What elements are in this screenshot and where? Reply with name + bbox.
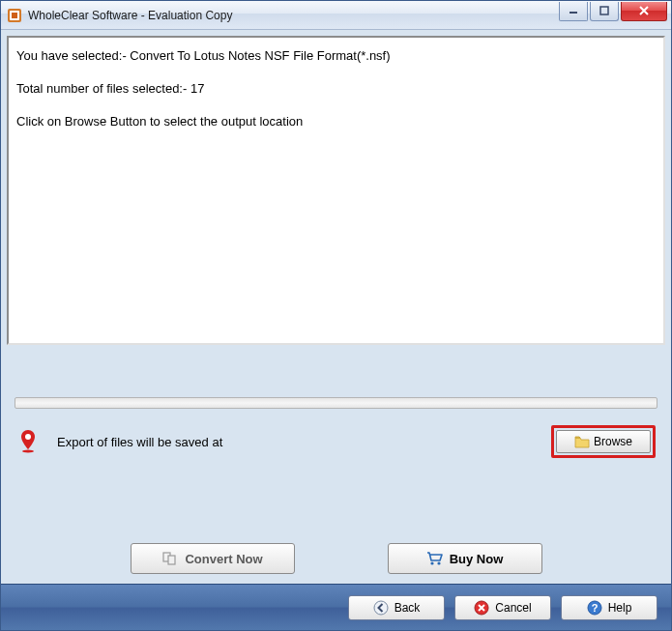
svg-rect-3 — [570, 12, 577, 14]
app-window: WholeClear Software - Evaluation Copy Yo… — [0, 0, 672, 631]
help-button[interactable]: ? Help — [561, 595, 657, 620]
folder-icon — [574, 435, 590, 448]
svg-point-9 — [430, 561, 433, 564]
app-icon — [7, 8, 22, 23]
svg-point-5 — [25, 434, 31, 440]
cart-icon — [426, 551, 444, 566]
close-button[interactable] — [621, 2, 667, 21]
pin-icon — [16, 430, 40, 453]
action-buttons-row: Convert Now Buy Now — [1, 543, 671, 574]
buy-now-button[interactable]: Buy Now — [388, 543, 542, 574]
footer-bar: Back Cancel ? Help — [1, 584, 671, 630]
cancel-label: Cancel — [495, 601, 531, 615]
export-location-label: Export of files will be saved at — [57, 435, 551, 449]
buy-now-label: Buy Now — [450, 552, 504, 566]
svg-point-10 — [437, 561, 440, 564]
help-icon: ? — [587, 600, 602, 616]
back-button[interactable]: Back — [348, 595, 445, 620]
window-title: WholeClear Software - Evaluation Copy — [28, 9, 559, 22]
export-location-row: Export of files will be saved at Browse — [7, 420, 665, 463]
svg-text:?: ? — [591, 602, 598, 614]
back-icon — [373, 600, 389, 616]
browse-highlight: Browse — [551, 425, 656, 458]
svg-rect-4 — [600, 7, 608, 14]
minimize-button[interactable] — [559, 2, 588, 21]
cancel-button[interactable]: Cancel — [454, 595, 551, 620]
file-count-text: Total number of files selected:- 17 — [16, 80, 656, 98]
convert-now-label: Convert Now — [185, 552, 262, 566]
progress-bar — [15, 397, 657, 409]
svg-rect-2 — [12, 13, 17, 18]
cancel-icon — [474, 600, 489, 616]
instruction-text: Click on Browse Button to select the out… — [16, 113, 656, 130]
convert-now-button[interactable]: Convert Now — [131, 543, 295, 574]
svg-point-11 — [374, 601, 388, 615]
maximize-button[interactable] — [590, 2, 619, 21]
selected-format-text: You have selected:- Convert To Lotus Not… — [16, 47, 656, 65]
svg-rect-8 — [168, 556, 175, 564]
info-panel: You have selected:- Convert To Lotus Not… — [7, 36, 665, 345]
convert-icon — [161, 551, 179, 566]
svg-point-6 — [22, 450, 34, 453]
help-label: Help — [608, 601, 632, 615]
back-label: Back — [394, 601, 421, 615]
browse-label: Browse — [594, 435, 632, 448]
window-controls — [559, 2, 669, 21]
browse-button[interactable]: Browse — [556, 430, 651, 453]
content-area: You have selected:- Convert To Lotus Not… — [1, 30, 671, 630]
title-bar[interactable]: WholeClear Software - Evaluation Copy — [1, 1, 671, 30]
